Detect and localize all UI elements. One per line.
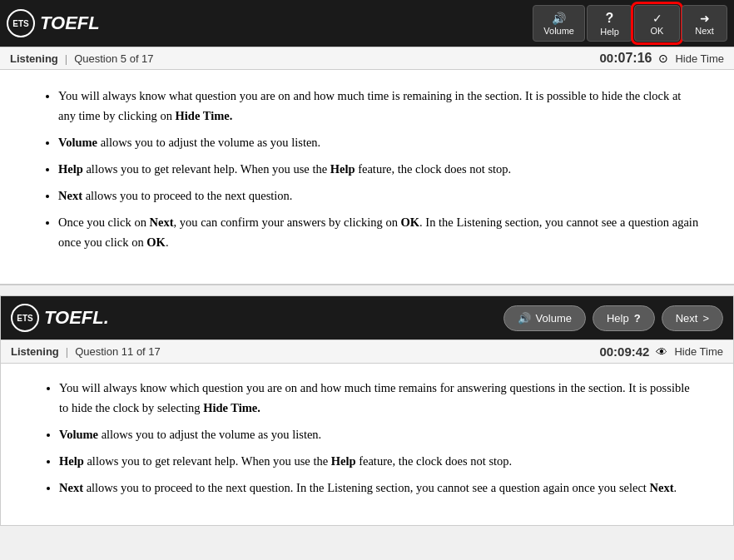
help-label-2: Help xyxy=(607,312,629,325)
top-logo: ETS TOEFL xyxy=(7,9,100,37)
volume-icon: 🔊 xyxy=(552,12,566,25)
clock-icon: ⊙ xyxy=(658,52,668,65)
bottom-time-display: 00:09:42 xyxy=(599,344,649,359)
top-section: ETS TOEFL 🔊 Volume ? Help ✓ OK ➜ Next xyxy=(0,0,734,285)
top-pipe: | xyxy=(65,52,67,65)
bottom-bullet-list: You will always know which question you … xyxy=(34,379,700,498)
next-button-top[interactable]: ➜ Next xyxy=(682,5,727,42)
bottom-logo: ETS TOEFL. xyxy=(11,304,109,332)
volume-label: Volume xyxy=(543,26,574,36)
bottom-question-info: Question 11 of 17 xyxy=(75,345,161,358)
bottom-nav-buttons: 🔊 Volume Help ? Next > xyxy=(503,305,723,331)
top-time-area: 00:07:16 ⊙ Hide Time xyxy=(600,51,724,66)
next-icon-top: ➜ xyxy=(700,12,710,25)
bottom-pipe: | xyxy=(66,345,68,358)
list-item: Next allows you to proceed to the next q… xyxy=(59,478,700,498)
top-bullet-list: You will always know what question you a… xyxy=(33,87,701,252)
bottom-section-label: Listening xyxy=(11,345,59,358)
help-icon: ? xyxy=(606,11,614,26)
top-question-info: Question 5 of 17 xyxy=(74,52,153,65)
bottom-section-info: Listening | Question 11 of 17 xyxy=(11,345,161,358)
volume-icon-2: 🔊 xyxy=(518,312,531,325)
help-button[interactable]: ? Help xyxy=(587,5,632,42)
next-arrow-icon: > xyxy=(702,312,709,325)
list-item: You will always know which question you … xyxy=(59,379,700,419)
toefl-logo-text: TOEFL xyxy=(40,12,100,34)
bottom-toefl-text: TOEFL. xyxy=(44,307,109,329)
top-section-info: Listening | Question 5 of 17 xyxy=(10,52,154,65)
top-subheader: Listening | Question 5 of 17 00:07:16 ⊙ … xyxy=(0,47,734,70)
bottom-header-bar: ETS TOEFL. 🔊 Volume Help ? Next > xyxy=(1,296,733,339)
bottom-time-area: 00:09:42 👁 Hide Time xyxy=(599,344,723,359)
list-item: Volume allows you to adjust the volume a… xyxy=(58,133,701,153)
volume-button-2[interactable]: 🔊 Volume xyxy=(503,305,586,331)
list-item: Help allows you to get relevant help. Wh… xyxy=(59,452,700,472)
next-label-bottom: Next xyxy=(676,312,698,325)
ok-icon: ✓ xyxy=(652,12,662,25)
help-button-2[interactable]: Help ? xyxy=(593,305,655,331)
help-label: Help xyxy=(600,27,619,37)
volume-button[interactable]: 🔊 Volume xyxy=(533,5,585,42)
ets-badge: ETS xyxy=(7,9,35,37)
list-item: Volume allows you to adjust the volume a… xyxy=(59,425,700,445)
top-header-bar: ETS TOEFL 🔊 Volume ? Help ✓ OK ➜ Next xyxy=(0,0,734,47)
bottom-subheader: Listening | Question 11 of 17 00:09:42 👁… xyxy=(1,339,733,364)
bottom-content-area: You will always know which question you … xyxy=(1,364,733,525)
volume-label-2: Volume xyxy=(536,312,572,325)
hide-time-button[interactable]: Hide Time xyxy=(675,52,724,65)
list-item: You will always know what question you a… xyxy=(58,87,701,126)
top-section-label: Listening xyxy=(10,52,58,65)
bottom-section: ETS TOEFL. 🔊 Volume Help ? Next > Listen… xyxy=(0,295,734,526)
bottom-ets-badge: ETS xyxy=(11,304,39,332)
list-item: Help allows you to get relevant help. Wh… xyxy=(58,160,701,180)
top-time-display: 00:07:16 xyxy=(600,51,652,66)
hide-time-button-2[interactable]: Hide Time xyxy=(674,345,723,358)
list-item: Next allows you to proceed to the next q… xyxy=(58,186,701,206)
help-icon-2: ? xyxy=(634,312,641,325)
top-nav-buttons: 🔊 Volume ? Help ✓ OK ➜ Next xyxy=(533,5,727,42)
ok-button[interactable]: ✓ OK xyxy=(634,5,680,42)
top-content-area: You will always know what question you a… xyxy=(0,70,734,284)
eye-icon: 👁 xyxy=(656,345,667,359)
next-button-bottom[interactable]: Next > xyxy=(662,305,723,331)
list-item: Once you click on Next, you can confirm … xyxy=(58,213,701,253)
ok-label: OK xyxy=(651,26,664,36)
next-label-top: Next xyxy=(695,26,714,36)
